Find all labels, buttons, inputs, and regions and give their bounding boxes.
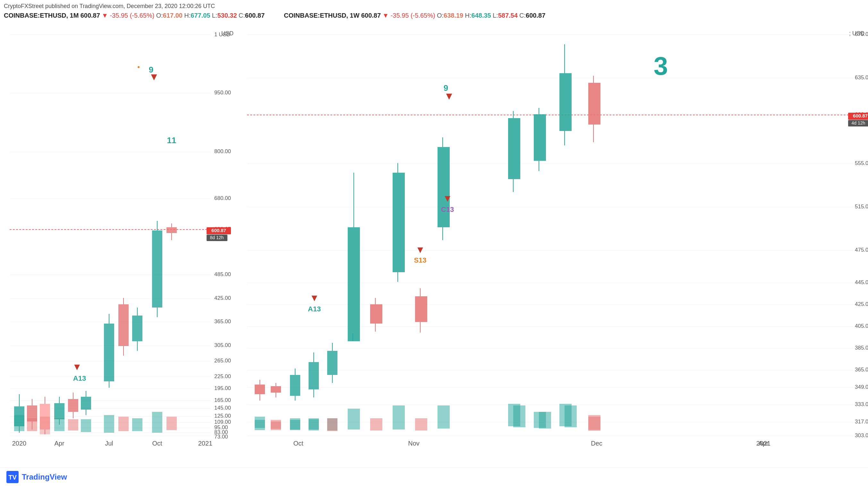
svg-rect-54 xyxy=(14,415,24,431)
right-chart-header: COINBASE:ETHUSD, 1W 600.87 ▼ -35.95 (-5.… xyxy=(284,10,545,21)
svg-rect-64 xyxy=(54,403,64,419)
svg-rect-72 xyxy=(81,397,91,409)
svg-text:Nov: Nov xyxy=(408,440,420,447)
svg-text:515.00: 515.00 xyxy=(855,203,868,210)
svg-rect-164 xyxy=(348,227,360,341)
svg-rect-80 xyxy=(118,304,129,346)
svg-rect-92 xyxy=(166,227,177,233)
svg-text:Apr: Apr xyxy=(54,440,64,447)
svg-rect-62 xyxy=(40,417,50,434)
svg-text:317.00: 317.00 xyxy=(855,419,868,425)
svg-rect-210 xyxy=(588,417,600,431)
svg-rect-158 xyxy=(327,351,337,375)
svg-text:73.00: 73.00 xyxy=(214,434,228,440)
svg-text:950.00: 950.00 xyxy=(214,90,231,96)
svg-text:303.00: 303.00 xyxy=(855,432,868,438)
header: CryptoFXStreet published on TradingView.… xyxy=(0,0,868,23)
svg-text:2021: 2021 xyxy=(198,440,213,447)
svg-rect-78 xyxy=(104,415,114,433)
svg-text:▼: ▼ xyxy=(72,362,82,372)
svg-text:445.00: 445.00 xyxy=(855,279,868,285)
svg-rect-168 xyxy=(370,304,382,323)
svg-rect-176 xyxy=(415,296,427,322)
svg-text:635.00: 635.00 xyxy=(855,75,868,81)
svg-text:Apr: Apr xyxy=(758,440,768,447)
svg-rect-74 xyxy=(81,419,91,432)
svg-text:•: • xyxy=(137,63,140,71)
svg-rect-142 xyxy=(255,384,265,394)
svg-rect-84 xyxy=(132,316,143,341)
svg-rect-58 xyxy=(27,418,37,431)
svg-text:▼: ▼ xyxy=(310,292,319,303)
svg-text:365.00: 365.00 xyxy=(214,318,231,324)
footer: TV TradingView xyxy=(0,467,868,486)
svg-rect-101 xyxy=(237,28,868,449)
svg-text:4d 12h: 4d 12h xyxy=(851,120,865,125)
svg-rect-207 xyxy=(513,405,525,427)
svg-rect-76 xyxy=(104,323,114,381)
svg-text:3: 3 xyxy=(654,52,668,80)
svg-rect-178 xyxy=(415,418,427,430)
svg-text:385.00: 385.00 xyxy=(855,345,868,351)
svg-text:TV: TV xyxy=(8,474,17,481)
svg-rect-88 xyxy=(152,230,162,308)
svg-text:349.00: 349.00 xyxy=(855,384,868,390)
svg-text:A13: A13 xyxy=(73,374,86,382)
svg-text:Oct: Oct xyxy=(293,440,304,447)
svg-rect-150 xyxy=(290,375,300,396)
charts-area: USD xyxy=(0,28,868,467)
svg-text:365.00: 365.00 xyxy=(855,367,868,373)
svg-rect-182 xyxy=(437,147,450,227)
svg-text:265.00: 265.00 xyxy=(214,358,231,364)
svg-text:425.00: 425.00 xyxy=(855,301,868,307)
svg-text:Oct: Oct xyxy=(152,440,162,447)
svg-text:600.87: 600.87 xyxy=(853,113,868,118)
svg-rect-154 xyxy=(309,362,319,390)
svg-rect-202 xyxy=(588,83,600,124)
svg-text:475.00: 475.00 xyxy=(855,247,868,253)
svg-rect-214 xyxy=(309,419,319,430)
svg-rect-166 xyxy=(348,409,360,429)
svg-text:▼: ▼ xyxy=(443,193,452,203)
svg-text:8d 12h: 8d 12h xyxy=(210,235,224,240)
svg-text:333.00: 333.00 xyxy=(855,401,868,407)
svg-rect-212 xyxy=(271,422,281,430)
svg-text:2020: 2020 xyxy=(12,440,27,447)
svg-text:405.00: 405.00 xyxy=(855,323,868,329)
svg-text:145.00: 145.00 xyxy=(214,405,231,411)
svg-rect-86 xyxy=(132,418,143,431)
svg-rect-82 xyxy=(118,417,129,431)
svg-rect-70 xyxy=(68,419,78,430)
svg-text:800.00: 800.00 xyxy=(214,148,231,154)
svg-text:11: 11 xyxy=(167,136,177,145)
svg-text:1 USD: 1 USD xyxy=(214,31,230,37)
svg-text:▼: ▼ xyxy=(444,90,454,102)
svg-text:305.00: 305.00 xyxy=(214,342,231,348)
svg-text:C13: C13 xyxy=(441,205,454,213)
svg-rect-90 xyxy=(152,412,162,433)
svg-rect-211 xyxy=(255,420,265,430)
svg-text:▼: ▼ xyxy=(149,71,159,83)
svg-rect-213 xyxy=(290,420,300,430)
svg-text:680.00: 680.00 xyxy=(214,195,231,201)
tradingview-label: TradingView xyxy=(22,473,67,482)
tv-icon: TV xyxy=(6,471,19,483)
svg-rect-172 xyxy=(393,173,405,272)
svg-rect-184 xyxy=(437,405,450,429)
svg-text:S13: S13 xyxy=(414,256,426,264)
svg-text:600.87: 600.87 xyxy=(211,228,226,233)
svg-rect-170 xyxy=(370,418,382,430)
svg-rect-146 xyxy=(271,386,281,393)
svg-text:225.00: 225.00 xyxy=(214,373,231,379)
tradingview-logo: TV TradingView xyxy=(6,471,67,483)
svg-text:555.00: 555.00 xyxy=(855,160,868,166)
svg-text:425.00: 425.00 xyxy=(214,295,231,301)
svg-text:▼: ▼ xyxy=(415,244,425,255)
svg-rect-198 xyxy=(559,73,571,131)
svg-text:675.00: 675.00 xyxy=(855,31,868,37)
svg-text:Jul: Jul xyxy=(105,440,113,447)
svg-rect-174 xyxy=(393,405,405,429)
svg-rect-2 xyxy=(0,28,237,449)
svg-text:195.00: 195.00 xyxy=(214,385,231,391)
svg-rect-66 xyxy=(54,418,64,431)
